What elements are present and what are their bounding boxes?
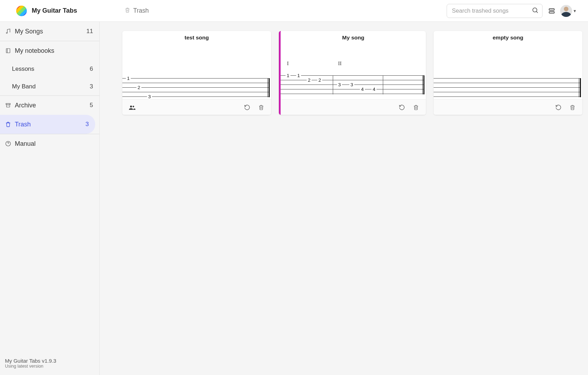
- sidebar-item-count: 5: [90, 102, 93, 109]
- user-menu[interactable]: ▼: [560, 5, 577, 17]
- svg-rect-5: [6, 104, 10, 105]
- sidebar-item-archive[interactable]: Archive 5: [0, 96, 99, 115]
- svg-point-3: [6, 32, 7, 33]
- view-toggle-button[interactable]: [547, 6, 557, 16]
- sidebar-item-count: 3: [90, 83, 93, 90]
- sidebar-item-label: Lessons: [12, 65, 86, 73]
- sidebar-item-label: My Songs: [15, 28, 83, 35]
- sidebar-item-label: Trash: [15, 121, 82, 128]
- svg-rect-2: [549, 11, 555, 13]
- svg-point-0: [533, 8, 537, 12]
- sidebar: My Songs 11 My notebooks Lessons 6 My Ba…: [0, 22, 100, 375]
- sidebar-item-notebook-my-band[interactable]: My Band 3: [0, 78, 99, 95]
- sidebar-item-my-songs[interactable]: My Songs 11: [0, 22, 99, 41]
- song-preview: I II 1 1: [281, 43, 426, 99]
- search-box[interactable]: [447, 4, 543, 18]
- svg-rect-1: [549, 8, 555, 10]
- svg-rect-4: [6, 49, 10, 53]
- delete-forever-button[interactable]: [256, 102, 267, 113]
- delete-forever-button[interactable]: [410, 102, 422, 113]
- song-title: empty song: [434, 31, 582, 43]
- song-preview: [434, 43, 582, 99]
- restore-button[interactable]: [553, 102, 564, 113]
- song-card[interactable]: test song 1 2 3: [122, 31, 271, 115]
- restore-button[interactable]: [396, 102, 408, 113]
- search-icon[interactable]: [532, 7, 539, 15]
- song-title: test song: [122, 31, 271, 43]
- card-footer: [281, 99, 426, 115]
- song-preview: 1 2 3: [122, 43, 271, 99]
- card-footer: [434, 99, 582, 115]
- search-input[interactable]: [452, 7, 532, 14]
- chevron-down-icon: ▼: [573, 9, 577, 13]
- sidebar-item-label: Archive: [15, 102, 86, 109]
- restore-button[interactable]: [241, 102, 253, 113]
- sidebar-item-label: Manual: [15, 140, 93, 148]
- song-card[interactable]: My song I II: [279, 31, 426, 115]
- main-content: test song 1 2 3: [100, 22, 588, 375]
- breadcrumb: Trash: [124, 7, 149, 15]
- breadcrumb-label: Trash: [133, 7, 149, 14]
- sidebar-item-manual[interactable]: Manual: [0, 134, 99, 153]
- sidebar-footer: My Guitar Tabs v1.9.3 Using latest versi…: [0, 354, 99, 375]
- chord-label: II: [338, 61, 342, 67]
- delete-forever-button[interactable]: [567, 102, 578, 113]
- sidebar-item-notebook-lessons[interactable]: Lessons 6: [0, 60, 99, 78]
- sidebar-group-notebooks: My notebooks: [0, 41, 99, 60]
- sidebar-group-label: My notebooks: [15, 47, 93, 55]
- chord-label: I: [287, 61, 289, 67]
- avatar: [560, 5, 572, 17]
- brand[interactable]: My Guitar Tabs: [0, 6, 100, 16]
- svg-point-8: [133, 106, 134, 107]
- app-title: My Guitar Tabs: [32, 7, 77, 14]
- sidebar-item-label: My Band: [12, 83, 86, 90]
- trash-icon: [124, 7, 130, 15]
- shared-icon: [127, 102, 138, 113]
- sidebar-item-count: 6: [90, 65, 93, 73]
- card-footer: [122, 99, 271, 115]
- svg-point-7: [130, 105, 132, 107]
- app-logo: [16, 6, 27, 16]
- app-header: My Guitar Tabs Trash ▼: [0, 0, 588, 22]
- sidebar-item-count: 11: [86, 28, 93, 35]
- sidebar-item-trash[interactable]: Trash 3: [0, 115, 95, 134]
- sidebar-item-count: 3: [86, 121, 89, 128]
- version-status: Using latest version: [5, 364, 94, 369]
- song-title: My song: [281, 31, 426, 43]
- app-version: My Guitar Tabs v1.9.3: [5, 358, 94, 364]
- song-card[interactable]: empty song: [434, 31, 582, 115]
